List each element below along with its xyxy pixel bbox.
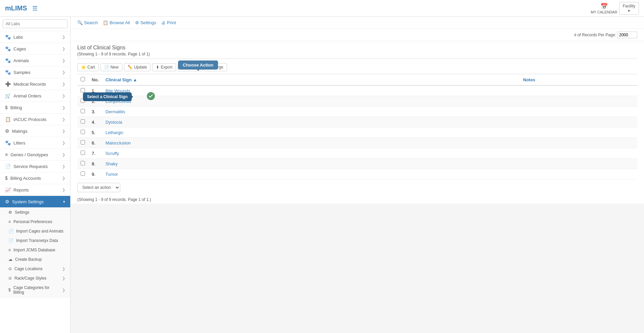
calendar-icon: 📅 <box>600 3 608 10</box>
export-button[interactable]: ⬇ Export <box>152 63 176 71</box>
cart-button[interactable]: ⭐ Cart <box>77 63 99 71</box>
table-body: 1. Bite Wounds 2. Conjunctivitis 3. Derm… <box>77 85 637 179</box>
submenu-item-create-backup[interactable]: ☁ Create Backup <box>0 255 70 264</box>
chevron-right-icon: ❯ <box>62 94 65 98</box>
submenu-item-import-transnetyx[interactable]: 📄 Import Transnetyx Data <box>0 236 70 245</box>
checkmark-icon <box>148 94 153 98</box>
table-row: 1. Bite Wounds <box>77 85 637 96</box>
hamburger-menu[interactable]: ☰ <box>32 5 38 12</box>
sidebar-item-samples[interactable]: 🐾 Samples ❯ <box>0 67 70 78</box>
chevron-right-icon: ❯ <box>62 276 65 281</box>
print-link[interactable]: 🖨 Print <box>161 20 176 25</box>
sidebar-item-animals[interactable]: 🐾 Animals ❯ <box>0 55 70 67</box>
row-number: 1. <box>88 85 102 96</box>
delete-button[interactable]: 🗑 Delete <box>178 63 202 71</box>
list-header: List of Clinical Signs (Showing 1 - 9 of… <box>71 41 644 60</box>
search-link-label: Search <box>84 20 98 25</box>
submenu-item-rack-cage-styles[interactable]: ⊙ Rack/Cage Styles ❯ <box>0 274 70 283</box>
row-checkbox[interactable] <box>81 130 85 134</box>
top-action-bar: 🔍 Search 📋 Browse All ⚙ Settings 🖨 Print <box>71 17 644 29</box>
record-toolbar: ⭐ Cart 📄 New ✏️ Update ⬇ Export 🗑 De <box>71 60 644 74</box>
browse-all-link[interactable]: 📋 Browse All <box>103 20 130 25</box>
row-checkbox[interactable] <box>81 88 85 92</box>
chevron-right-icon: ❯ <box>62 35 65 39</box>
row-number: 7. <box>88 148 102 159</box>
row-checkbox[interactable] <box>81 171 85 176</box>
sidebar-item-genes[interactable]: ≡ Genes / Genotypes ❯ <box>0 149 70 161</box>
submenu-item-import-jcms[interactable]: ≡ Import JCMS Database <box>0 245 70 255</box>
clinical-sign-link[interactable]: Malocclusion <box>102 138 520 148</box>
lab-search-input[interactable] <box>3 19 68 28</box>
sidebar-item-medical-records[interactable]: ➕ Medical Records ❯ <box>0 78 70 90</box>
row-number: 8. <box>88 159 102 169</box>
labs-icon: 🐾 <box>5 34 11 40</box>
row-checkbox[interactable] <box>81 109 85 113</box>
purge-button[interactable]: ⚙ Purge <box>204 63 227 71</box>
submenu-label-import-cages: Import Cages and Animals <box>16 229 63 234</box>
update-button[interactable]: ✏️ Update <box>124 63 151 71</box>
submenu-item-cage-locations[interactable]: ⊙ Cage Locations ❯ <box>0 264 70 274</box>
main-content: 🔍 Search 📋 Browse All ⚙ Settings 🖨 Print <box>71 17 644 204</box>
submenu-item-personal-preferences[interactable]: ≡ Personal Preferences <box>0 217 70 226</box>
row-notes <box>520 85 637 96</box>
row-number: 3. <box>88 107 102 117</box>
sidebar-item-billing[interactable]: $ Billing ❯ <box>0 102 70 114</box>
brand-logo: mLIMS <box>5 4 27 12</box>
sidebar-item-reports[interactable]: 📈 Reports ❯ <box>0 184 70 196</box>
row-checkbox[interactable] <box>81 98 85 103</box>
clinical-sign-link[interactable]: Dystocia <box>102 117 520 127</box>
green-circle-indicator <box>146 91 156 101</box>
clinical-sign-link[interactable]: Dermatitis <box>102 107 520 117</box>
chevron-right-icon: ❯ <box>62 47 65 51</box>
chevron-right-icon: ❯ <box>62 267 65 271</box>
select-action-dropdown[interactable]: Select an actionDelete SelectedExport Se… <box>77 183 120 192</box>
row-number: 4. <box>88 117 102 127</box>
row-checkbox-cell <box>77 169 88 179</box>
select-all-checkbox[interactable] <box>81 77 85 81</box>
new-icon: 📄 <box>104 65 109 70</box>
calendar-button[interactable]: 📅 MY CALENDAR <box>591 3 617 14</box>
sidebar-label-reports: Reports <box>13 188 29 193</box>
submenu-item-cage-categories[interactable]: $ Cage Categories for Billing ❯ <box>0 283 70 297</box>
search-link[interactable]: 🔍 Search <box>77 20 98 25</box>
update-icon: ✏️ <box>128 65 133 70</box>
clinical-sign-link[interactable]: Conjunctivitis <box>102 96 520 107</box>
settings-link[interactable]: ⚙ Settings <box>135 20 156 25</box>
settings-link-label: Settings <box>140 20 156 25</box>
clinical-signs-table: No. Clinical Sign ▲ Notes 1. Bite Wounds… <box>77 74 637 179</box>
new-label: New <box>111 65 119 70</box>
notes-header: Notes <box>520 74 637 86</box>
sidebar-item-cages[interactable]: 🐾 Cages ❯ <box>0 43 70 55</box>
clinical-sign-link[interactable]: Tumor <box>102 169 520 179</box>
chevron-right-icon: ❯ <box>62 153 65 157</box>
row-checkbox-cell <box>77 127 88 138</box>
submenu-item-settings[interactable]: ⚙ Settings <box>0 208 70 217</box>
sidebar-item-iacuc[interactable]: 📋 IACUC Protocols ❯ <box>0 114 70 125</box>
sidebar-item-billing-accounts[interactable]: $ Billing Accounts ❯ <box>0 172 70 184</box>
new-button[interactable]: 📄 New <box>100 63 122 71</box>
clinical-sign-link[interactable]: Scruffy <box>102 148 520 159</box>
submenu-item-import-cages[interactable]: 📄 Import Cages and Animals <box>0 226 70 236</box>
chevron-right-icon: ❯ <box>62 70 65 75</box>
sidebar-item-animal-orders[interactable]: 🛒 Animal Orders ❯ <box>0 90 70 102</box>
table-row: 2. Conjunctivitis <box>77 96 637 107</box>
row-notes <box>520 96 637 107</box>
clinical-sign-link[interactable]: Bite Wounds <box>102 85 520 96</box>
row-checkbox[interactable] <box>81 140 85 144</box>
sidebar-item-litters[interactable]: 🐾 Litters ❯ <box>0 137 70 149</box>
table-row: 3. Dermatitis <box>77 107 637 117</box>
row-checkbox[interactable] <box>81 161 85 165</box>
clinical-sign-link[interactable]: Lethargic <box>102 127 520 138</box>
cage-locations-icon: ⊙ <box>8 266 12 271</box>
row-checkbox[interactable] <box>81 119 85 124</box>
sidebar-item-labs[interactable]: 🐾 Labs ❯ <box>0 31 70 43</box>
facility-button[interactable]: Facility ▾ <box>619 2 639 15</box>
sidebar-item-matings[interactable]: ⚙ Matings ❯ <box>0 125 70 137</box>
sidebar-item-system-settings[interactable]: ⚙ System Settings ▾ <box>0 196 70 208</box>
sidebar-item-service-requests[interactable]: 📄 Service Requests ❯ <box>0 161 70 172</box>
clinical-sign-link[interactable]: Shaky <box>102 159 520 169</box>
row-checkbox[interactable] <box>81 151 85 155</box>
chevron-right-icon: ❯ <box>62 58 65 63</box>
clinical-sign-header[interactable]: Clinical Sign ▲ <box>102 74 520 86</box>
records-per-page-input[interactable] <box>617 32 637 38</box>
